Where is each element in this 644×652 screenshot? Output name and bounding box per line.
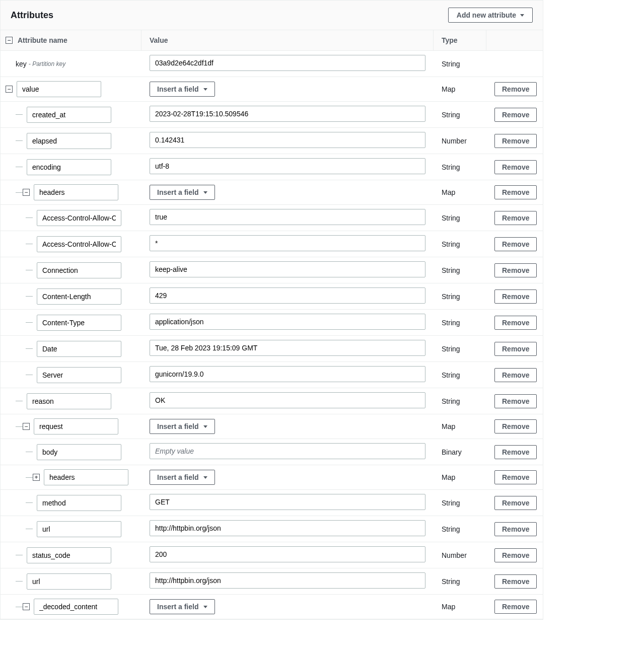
insert-field-button[interactable]: Insert a field: [150, 599, 215, 614]
cell-type: String: [434, 495, 486, 511]
remove-button[interactable]: Remove: [494, 522, 537, 536]
attribute-value-input[interactable]: [150, 314, 425, 330]
attribute-name-input[interactable]: [44, 469, 128, 485]
attribute-row: StringRemove: [1, 205, 543, 231]
attribute-value-input[interactable]: [150, 158, 425, 174]
cell-action: Remove: [486, 415, 543, 438]
collapse-icon[interactable]: −: [23, 423, 30, 430]
attribute-name-input[interactable]: [37, 367, 121, 383]
cell-action: Remove: [486, 312, 543, 334]
attribute-value-input[interactable]: [150, 392, 425, 408]
attribute-name-input[interactable]: [37, 495, 121, 511]
cell-value: [141, 490, 434, 516]
remove-button[interactable]: Remove: [494, 316, 537, 330]
remove-button[interactable]: Remove: [494, 160, 537, 174]
cell-type: String: [434, 107, 486, 123]
attribute-value-input[interactable]: [150, 494, 425, 510]
remove-button[interactable]: Remove: [494, 82, 537, 96]
attribute-value-input[interactable]: [150, 572, 425, 589]
attribute-row: −Insert a fieldMapRemove: [1, 595, 543, 619]
attribute-value-input[interactable]: [150, 287, 425, 304]
add-new-attribute-label: Add new attribute: [457, 11, 516, 19]
cell-type: String: [434, 210, 486, 226]
attribute-name-static: key: [6, 60, 27, 68]
attribute-name-input[interactable]: [27, 107, 111, 123]
insert-field-button[interactable]: Insert a field: [150, 185, 215, 200]
remove-button[interactable]: Remove: [494, 108, 537, 122]
cell-value: [141, 568, 434, 594]
attribute-name-input[interactable]: [27, 159, 111, 175]
remove-button[interactable]: Remove: [494, 368, 537, 382]
expand-icon[interactable]: +: [33, 474, 40, 481]
cell-type: String: [434, 315, 486, 331]
collapse-all-toggle[interactable]: −: [6, 37, 13, 44]
attribute-name-input[interactable]: [37, 315, 121, 331]
cell-name: [1, 232, 141, 256]
attribute-name-input[interactable]: [34, 599, 118, 615]
remove-button[interactable]: Remove: [494, 445, 537, 459]
attribute-value-input[interactable]: [150, 235, 425, 251]
remove-button[interactable]: Remove: [494, 134, 537, 148]
remove-button[interactable]: Remove: [494, 600, 537, 614]
attribute-value-input[interactable]: [150, 132, 425, 148]
remove-button[interactable]: Remove: [494, 237, 537, 251]
remove-button[interactable]: Remove: [494, 211, 537, 225]
attribute-value-input[interactable]: [150, 366, 425, 382]
remove-button[interactable]: Remove: [494, 394, 537, 408]
collapse-icon[interactable]: −: [6, 86, 13, 93]
cell-action: Remove: [486, 130, 543, 152]
attribute-name-input[interactable]: [37, 210, 121, 226]
attribute-value-input[interactable]: [150, 443, 425, 459]
cell-value: Insert a field: [141, 181, 434, 204]
attribute-name-input[interactable]: [37, 262, 121, 278]
attribute-value-input[interactable]: [150, 520, 425, 536]
insert-field-button[interactable]: Insert a field: [150, 82, 215, 97]
attribute-name-input[interactable]: [34, 418, 118, 434]
remove-button[interactable]: Remove: [494, 496, 537, 510]
attribute-value-input[interactable]: [150, 106, 425, 122]
attribute-name-input[interactable]: [37, 521, 121, 537]
attribute-name-input[interactable]: [27, 547, 111, 563]
attribute-row: StringRemove: [1, 490, 543, 516]
cell-value: [141, 362, 434, 388]
collapse-icon[interactable]: −: [23, 603, 30, 610]
attribute-value-input[interactable]: [150, 261, 425, 277]
attribute-name-input[interactable]: [37, 444, 121, 460]
remove-button[interactable]: Remove: [494, 263, 537, 277]
remove-button[interactable]: Remove: [494, 574, 537, 589]
attribute-name-input[interactable]: [37, 288, 121, 305]
attribute-row: StringRemove: [1, 516, 543, 542]
cell-name: [1, 206, 141, 230]
cell-type: Number: [434, 547, 486, 563]
partition-key-note: - Partition key: [29, 60, 65, 67]
attribute-name-input[interactable]: [37, 341, 121, 357]
insert-field-label: Insert a field: [157, 422, 198, 430]
remove-button[interactable]: Remove: [494, 185, 537, 199]
attribute-name-input[interactable]: [34, 184, 118, 200]
remove-button[interactable]: Remove: [494, 548, 537, 562]
attribute-name-input[interactable]: [27, 133, 111, 149]
attribute-name-input[interactable]: [27, 393, 111, 409]
remove-button[interactable]: Remove: [494, 342, 537, 356]
attribute-name-input[interactable]: [17, 81, 101, 97]
attribute-value-input[interactable]: [150, 546, 425, 562]
attributes-panel: Attributes Add new attribute − Attribute…: [0, 0, 543, 620]
insert-field-button[interactable]: Insert a field: [150, 419, 215, 434]
remove-button[interactable]: Remove: [494, 289, 537, 304]
cell-action: Remove: [486, 492, 543, 514]
collapse-icon[interactable]: −: [23, 189, 30, 196]
attribute-name-input[interactable]: [27, 573, 111, 590]
attribute-value-input[interactable]: [150, 55, 425, 71]
cell-name: [1, 363, 141, 387]
cell-name: [1, 129, 141, 153]
attribute-value-input[interactable]: [150, 340, 425, 356]
remove-button[interactable]: Remove: [494, 419, 537, 433]
insert-field-button[interactable]: Insert a field: [150, 470, 215, 485]
cell-type: String: [434, 159, 486, 175]
remove-button[interactable]: Remove: [494, 470, 537, 484]
cell-action: Remove: [486, 259, 543, 281]
attribute-value-input[interactable]: [150, 209, 425, 225]
add-new-attribute-button[interactable]: Add new attribute: [448, 8, 533, 23]
col-header-value: Value: [141, 30, 434, 50]
attribute-name-input[interactable]: [37, 236, 121, 252]
